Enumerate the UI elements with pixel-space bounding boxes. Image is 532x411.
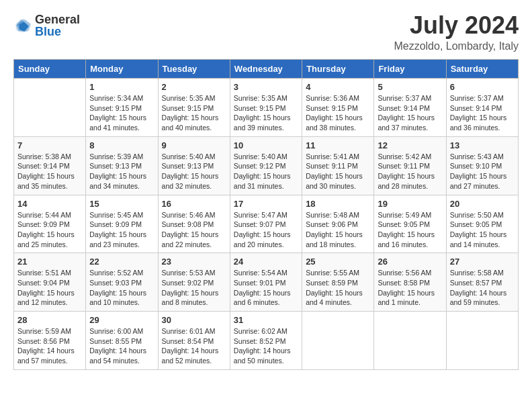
month-title: July 2024 bbox=[394, 13, 519, 38]
day-number: 21 bbox=[17, 257, 82, 267]
calendar-week-5: 28Sunrise: 5:59 AMSunset: 8:56 PMDayligh… bbox=[14, 312, 519, 370]
col-header-sunday: Sunday bbox=[14, 60, 86, 79]
calendar-cell: 26Sunrise: 5:56 AMSunset: 8:58 PMDayligh… bbox=[374, 253, 446, 312]
title-area: July 2024 Mezzoldo, Lombardy, Italy bbox=[394, 13, 519, 52]
calendar-cell: 27Sunrise: 5:58 AMSunset: 8:57 PMDayligh… bbox=[446, 253, 518, 312]
day-info: Sunrise: 5:49 AMSunset: 9:05 PMDaylight:… bbox=[378, 210, 442, 250]
calendar-body: 1Sunrise: 5:34 AMSunset: 9:15 PMDaylight… bbox=[14, 79, 519, 370]
day-number: 1 bbox=[89, 82, 154, 92]
calendar-cell: 28Sunrise: 5:59 AMSunset: 8:56 PMDayligh… bbox=[14, 312, 86, 370]
calendar-week-3: 14Sunrise: 5:44 AMSunset: 9:09 PMDayligh… bbox=[14, 195, 519, 253]
day-number: 7 bbox=[17, 140, 82, 150]
calendar-cell: 3Sunrise: 5:35 AMSunset: 9:15 PMDaylight… bbox=[230, 79, 302, 137]
day-number: 28 bbox=[17, 315, 82, 325]
calendar-cell: 17Sunrise: 5:47 AMSunset: 9:07 PMDayligh… bbox=[230, 195, 302, 253]
day-info: Sunrise: 5:36 AMSunset: 9:15 PMDaylight:… bbox=[306, 93, 370, 133]
day-number: 27 bbox=[450, 257, 515, 267]
day-number: 10 bbox=[234, 140, 298, 150]
day-info: Sunrise: 5:50 AMSunset: 9:05 PMDaylight:… bbox=[450, 210, 515, 250]
day-number: 13 bbox=[450, 140, 515, 150]
logo-blue: Blue bbox=[35, 25, 61, 38]
day-info: Sunrise: 5:45 AMSunset: 9:09 PMDaylight:… bbox=[89, 210, 154, 250]
day-info: Sunrise: 5:42 AMSunset: 9:11 PMDaylight:… bbox=[378, 152, 442, 191]
day-info: Sunrise: 5:35 AMSunset: 9:15 PMDaylight:… bbox=[162, 93, 226, 133]
col-header-saturday: Saturday bbox=[446, 60, 518, 79]
calendar-cell: 21Sunrise: 5:51 AMSunset: 9:04 PMDayligh… bbox=[14, 253, 86, 312]
day-number: 5 bbox=[378, 82, 442, 92]
col-header-thursday: Thursday bbox=[302, 60, 374, 79]
day-info: Sunrise: 5:38 AMSunset: 9:14 PMDaylight:… bbox=[17, 152, 82, 191]
day-info: Sunrise: 5:47 AMSunset: 9:07 PMDaylight:… bbox=[234, 210, 298, 250]
day-info: Sunrise: 5:55 AMSunset: 8:59 PMDaylight:… bbox=[306, 268, 370, 308]
day-info: Sunrise: 5:46 AMSunset: 9:08 PMDaylight:… bbox=[162, 210, 226, 250]
calendar-week-1: 1Sunrise: 5:34 AMSunset: 9:15 PMDaylight… bbox=[14, 79, 519, 137]
day-number: 18 bbox=[306, 199, 370, 209]
calendar-cell: 22Sunrise: 5:52 AMSunset: 9:03 PMDayligh… bbox=[86, 253, 158, 312]
calendar-cell: 13Sunrise: 5:43 AMSunset: 9:10 PMDayligh… bbox=[446, 136, 518, 195]
col-header-friday: Friday bbox=[374, 60, 446, 79]
logo-icon bbox=[13, 16, 32, 35]
calendar-header: SundayMondayTuesdayWednesdayThursdayFrid… bbox=[14, 60, 519, 79]
day-info: Sunrise: 5:51 AMSunset: 9:04 PMDaylight:… bbox=[17, 268, 82, 308]
calendar-cell: 4Sunrise: 5:36 AMSunset: 9:15 PMDaylight… bbox=[302, 79, 374, 137]
calendar-cell: 23Sunrise: 5:53 AMSunset: 9:02 PMDayligh… bbox=[158, 253, 230, 312]
calendar-cell: 6Sunrise: 5:37 AMSunset: 9:14 PMDaylight… bbox=[446, 79, 518, 137]
calendar-cell: 15Sunrise: 5:45 AMSunset: 9:09 PMDayligh… bbox=[86, 195, 158, 253]
calendar-cell: 12Sunrise: 5:42 AMSunset: 9:11 PMDayligh… bbox=[374, 136, 446, 195]
calendar-cell: 11Sunrise: 5:41 AMSunset: 9:11 PMDayligh… bbox=[302, 136, 374, 195]
day-info: Sunrise: 5:39 AMSunset: 9:13 PMDaylight:… bbox=[89, 152, 154, 191]
calendar-cell: 31Sunrise: 6:02 AMSunset: 8:52 PMDayligh… bbox=[230, 312, 302, 370]
day-number: 29 bbox=[89, 315, 154, 325]
calendar-cell bbox=[374, 312, 446, 370]
calendar-week-2: 7Sunrise: 5:38 AMSunset: 9:14 PMDaylight… bbox=[14, 136, 519, 195]
location-subtitle: Mezzoldo, Lombardy, Italy bbox=[394, 40, 519, 52]
calendar-cell: 29Sunrise: 6:00 AMSunset: 8:55 PMDayligh… bbox=[86, 312, 158, 370]
day-info: Sunrise: 5:52 AMSunset: 9:03 PMDaylight:… bbox=[89, 268, 154, 308]
calendar-cell: 20Sunrise: 5:50 AMSunset: 9:05 PMDayligh… bbox=[446, 195, 518, 253]
day-number: 14 bbox=[17, 199, 82, 209]
day-info: Sunrise: 6:01 AMSunset: 8:54 PMDaylight:… bbox=[162, 326, 226, 366]
day-info: Sunrise: 6:00 AMSunset: 8:55 PMDaylight:… bbox=[89, 326, 154, 366]
day-number: 20 bbox=[450, 199, 515, 209]
calendar-table: SundayMondayTuesdayWednesdayThursdayFrid… bbox=[13, 59, 519, 370]
logo-text: General Blue bbox=[35, 13, 80, 38]
day-info: Sunrise: 5:58 AMSunset: 8:57 PMDaylight:… bbox=[450, 268, 515, 308]
day-number: 12 bbox=[378, 140, 442, 150]
day-number: 30 bbox=[162, 315, 226, 325]
calendar-cell: 24Sunrise: 5:54 AMSunset: 9:01 PMDayligh… bbox=[230, 253, 302, 312]
day-info: Sunrise: 5:59 AMSunset: 8:56 PMDaylight:… bbox=[17, 326, 82, 366]
calendar-week-4: 21Sunrise: 5:51 AMSunset: 9:04 PMDayligh… bbox=[14, 253, 519, 312]
calendar-cell bbox=[302, 312, 374, 370]
calendar-cell bbox=[14, 79, 86, 137]
calendar-cell: 16Sunrise: 5:46 AMSunset: 9:08 PMDayligh… bbox=[158, 195, 230, 253]
day-number: 8 bbox=[89, 140, 154, 150]
day-number: 16 bbox=[162, 199, 226, 209]
day-info: Sunrise: 5:56 AMSunset: 8:58 PMDaylight:… bbox=[378, 268, 442, 308]
day-info: Sunrise: 5:40 AMSunset: 9:13 PMDaylight:… bbox=[162, 152, 226, 191]
day-number: 24 bbox=[234, 257, 298, 267]
day-info: Sunrise: 5:43 AMSunset: 9:10 PMDaylight:… bbox=[450, 152, 515, 191]
day-number: 9 bbox=[162, 140, 226, 150]
day-info: Sunrise: 6:02 AMSunset: 8:52 PMDaylight:… bbox=[234, 326, 298, 366]
day-number: 6 bbox=[450, 82, 515, 92]
day-number: 11 bbox=[306, 140, 370, 150]
calendar-cell: 14Sunrise: 5:44 AMSunset: 9:09 PMDayligh… bbox=[14, 195, 86, 253]
calendar-cell bbox=[446, 312, 518, 370]
col-header-wednesday: Wednesday bbox=[230, 60, 302, 79]
day-number: 4 bbox=[306, 82, 370, 92]
calendar-cell: 19Sunrise: 5:49 AMSunset: 9:05 PMDayligh… bbox=[374, 195, 446, 253]
header-row: SundayMondayTuesdayWednesdayThursdayFrid… bbox=[14, 60, 519, 79]
calendar-cell: 18Sunrise: 5:48 AMSunset: 9:06 PMDayligh… bbox=[302, 195, 374, 253]
day-number: 15 bbox=[89, 199, 154, 209]
day-info: Sunrise: 5:53 AMSunset: 9:02 PMDaylight:… bbox=[162, 268, 226, 308]
day-number: 17 bbox=[234, 199, 298, 209]
day-number: 3 bbox=[234, 82, 298, 92]
header: General Blue July 2024 Mezzoldo, Lombard… bbox=[13, 13, 519, 52]
calendar-cell: 10Sunrise: 5:40 AMSunset: 9:12 PMDayligh… bbox=[230, 136, 302, 195]
day-number: 26 bbox=[378, 257, 442, 267]
calendar-cell: 9Sunrise: 5:40 AMSunset: 9:13 PMDaylight… bbox=[158, 136, 230, 195]
day-info: Sunrise: 5:44 AMSunset: 9:09 PMDaylight:… bbox=[17, 210, 82, 250]
calendar-cell: 1Sunrise: 5:34 AMSunset: 9:15 PMDaylight… bbox=[86, 79, 158, 137]
day-info: Sunrise: 5:37 AMSunset: 9:14 PMDaylight:… bbox=[378, 93, 442, 133]
day-info: Sunrise: 5:48 AMSunset: 9:06 PMDaylight:… bbox=[306, 210, 370, 250]
